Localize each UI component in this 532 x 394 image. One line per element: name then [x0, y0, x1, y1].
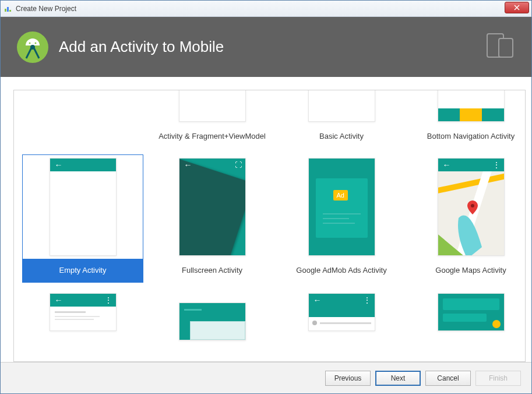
android-studio-icon: [3, 4, 12, 13]
template-card[interactable]: ←⋮: [22, 289, 143, 335]
svg-rect-0: [5, 9, 6, 12]
template-card[interactable]: ←⋮: [281, 289, 402, 335]
back-arrow-icon: ←: [55, 160, 63, 170]
back-arrow-icon: ←: [184, 160, 192, 170]
dialog-window: Create New Project Add an Activity to Mo…: [0, 0, 532, 394]
previous-button[interactable]: Previous: [325, 371, 371, 386]
template-card-admob[interactable]: Ad Google AdMob Ads Activity: [281, 154, 402, 283]
footer: Previous Next Cancel Finish: [1, 362, 531, 393]
next-button[interactable]: Next: [375, 371, 421, 386]
template-card-empty-activity[interactable]: ← Empty Activity: [22, 154, 143, 283]
svg-point-9: [471, 204, 474, 207]
more-icon: ⋮: [104, 296, 111, 305]
template-card-bottom-navigation[interactable]: Bottom Navigation Activity: [410, 90, 526, 149]
template-label: Google Maps Activity: [410, 259, 526, 283]
back-arrow-icon: ←: [313, 296, 322, 305]
svg-point-4: [29, 42, 31, 44]
more-icon: ⋮: [363, 296, 370, 305]
svg-point-5: [35, 42, 37, 44]
template-label: Activity & Fragment+ViewModel: [152, 125, 273, 149]
content-area: Activity & Fragment+ViewModel + Basic Ac…: [1, 77, 531, 362]
header-title: Add an Activity to Mobile: [59, 38, 475, 56]
back-arrow-icon: ←: [55, 296, 63, 305]
template-card-activity-fragment-viewmodel[interactable]: Activity & Fragment+ViewModel: [152, 90, 273, 149]
template-scroll-area[interactable]: Activity & Fragment+ViewModel + Basic Ac…: [13, 90, 526, 362]
template-card[interactable]: [410, 289, 526, 335]
window-title: Create New Project: [16, 5, 76, 13]
header: Add an Activity to Mobile: [1, 17, 531, 77]
map-pin-icon: [467, 200, 478, 216]
devices-icon: [486, 33, 515, 62]
template-card-google-maps[interactable]: ←⋮ Googl: [410, 154, 526, 283]
template-label: Bottom Navigation Activity: [410, 125, 526, 149]
template-label: Google AdMob Ads Activity: [281, 259, 402, 283]
fullscreen-icon: ⛶: [235, 161, 242, 169]
more-icon: ⋮: [492, 160, 499, 170]
svg-rect-2: [9, 10, 11, 12]
android-logo-icon: [17, 31, 48, 63]
ad-badge: Ad: [333, 190, 348, 200]
template-card-fullscreen-activity[interactable]: ←⛶ Fullscreen Activity: [152, 154, 273, 283]
svg-rect-1: [7, 7, 9, 12]
back-arrow-icon: ←: [443, 160, 451, 170]
finish-button: Finish: [475, 371, 521, 386]
svg-point-6: [30, 45, 35, 50]
template-label: Fullscreen Activity: [152, 259, 273, 283]
template-grid: Activity & Fragment+ViewModel + Basic Ac…: [22, 90, 517, 335]
cancel-button[interactable]: Cancel: [425, 371, 471, 386]
template-card[interactable]: [152, 289, 273, 335]
template-label: Empty Activity: [22, 259, 143, 283]
template-label: Basic Activity: [281, 125, 402, 149]
template-card-basic-activity[interactable]: + Basic Activity: [281, 90, 402, 149]
titlebar: Create New Project: [1, 1, 531, 17]
svg-rect-8: [499, 38, 513, 57]
close-button[interactable]: [505, 2, 529, 13]
